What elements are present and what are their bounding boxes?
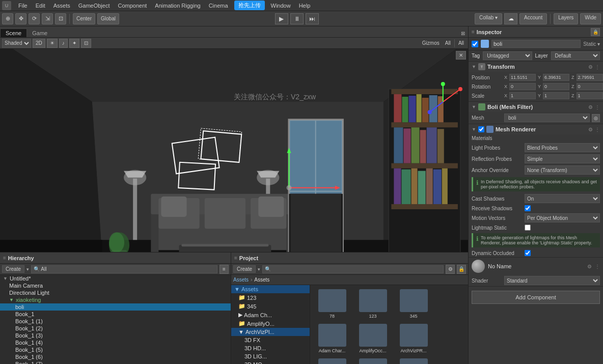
tree-item-book1-3[interactable]: Book_1 (3) (0, 332, 231, 339)
hierarchy-search-input[interactable]: 🔍 All (31, 265, 217, 273)
light-probes-select[interactable]: Blend Probes (525, 143, 600, 152)
menu-cinema[interactable]: Cinema (205, 2, 232, 10)
layer-select[interactable]: Default (551, 51, 600, 60)
pause-button[interactable]: ⏸ (290, 13, 304, 24)
project-create-btn[interactable]: Create (233, 265, 256, 273)
hierarchy-create-btn[interactable]: Create (2, 265, 24, 273)
anchor-override-select[interactable]: None (Transform) (525, 165, 600, 175)
wide-layout-button[interactable]: Wide (580, 13, 601, 24)
menu-window[interactable]: Window (267, 2, 295, 10)
tree-archviz[interactable]: ▼ArchVizPl... (231, 328, 310, 336)
pos-y-input[interactable] (543, 74, 569, 81)
tree-item-book1-2[interactable]: Book_1 (2) (0, 325, 231, 332)
effects-btn[interactable]: ✦ (69, 39, 79, 48)
folder-item-123[interactable]: 123 (353, 287, 393, 321)
mesh-renderer-header[interactable]: ▼ Mesh Renderer ⚙ ⋮ (469, 124, 603, 134)
pos-x-input[interactable] (509, 74, 536, 81)
project-search-input[interactable]: 🔍 (262, 265, 444, 273)
tree-amplify[interactable]: 📁AmplifyO... (231, 319, 310, 328)
mesh-select[interactable]: boli (504, 114, 590, 122)
menu-component[interactable]: Component (114, 2, 151, 10)
tree-adamch[interactable]: ▶Adam Ch... (231, 311, 310, 319)
scene-cam-btn[interactable]: ⊡ (81, 39, 91, 48)
tab-scene[interactable]: Scene (0, 29, 27, 37)
menu-help[interactable]: Help (295, 2, 315, 10)
mesh-target-icon[interactable]: ◎ (592, 114, 600, 122)
tree-item-book1-1[interactable]: Book_1 (1) (0, 318, 231, 325)
rot-y-input[interactable] (543, 83, 569, 90)
transform-move-btn[interactable]: ✥ (15, 13, 26, 24)
mesh-filter-header[interactable]: ▼ Boli (Mesh Filter) ⚙ ⋮ (469, 102, 603, 112)
upload-button[interactable]: 抢先上传 (234, 1, 265, 10)
inspector-lock-btn[interactable]: 🔒 (591, 28, 600, 36)
folder-item-editor[interactable]: Editor (394, 356, 433, 364)
pos-z-input[interactable] (577, 74, 603, 81)
transform-rotate-btn[interactable]: ⟳ (29, 13, 40, 24)
account-button[interactable]: Account (519, 13, 547, 24)
mesh-renderer-overflow-icon[interactable]: ⋮ (595, 127, 600, 132)
tree-3dhd[interactable]: 3D HD... (231, 344, 310, 352)
tree-item-book1-7[interactable]: Book_1 (7) (0, 360, 231, 364)
receive-shadows-checkbox[interactable] (525, 205, 531, 211)
folder-item-345[interactable]: 345 (394, 287, 433, 321)
tree-item-boli[interactable]: boli (0, 303, 231, 311)
menu-file[interactable]: File (14, 2, 32, 10)
tree-item-main-camera[interactable]: Main Camera (0, 282, 231, 289)
tree-3dfx[interactable]: 3D FX (231, 336, 310, 344)
motion-vectors-select[interactable]: Per Object Motion (525, 213, 600, 222)
shader-select[interactable]: Standard (504, 276, 600, 285)
transform-scale-btn[interactable]: ⇲ (42, 13, 53, 24)
tree-assets[interactable]: ▼ Assets (231, 285, 310, 293)
cloud-button[interactable]: ☁ (504, 13, 517, 24)
scale-y-input[interactable] (543, 92, 569, 99)
shading-select[interactable]: Shaded (2, 39, 31, 48)
tag-select[interactable]: Untagged (483, 51, 532, 60)
object-name-input[interactable] (491, 40, 581, 48)
transform-overflow-icon[interactable]: ⋮ (595, 64, 600, 70)
project-settings-btn[interactable]: ⚙ (446, 265, 455, 274)
transform-rect-btn[interactable]: ⊡ (55, 13, 66, 24)
play-button[interactable]: ▶ (275, 13, 288, 24)
transform-settings-icon[interactable]: ⚙ (588, 64, 593, 70)
transform-header[interactable]: ▼ T Transform ⚙ ⋮ (469, 62, 603, 72)
folder-item-bakery[interactable]: Bakery (312, 356, 352, 364)
tree-item-dir-light[interactable]: Directional Light (0, 289, 231, 296)
tree-item-book1-6[interactable]: Book_1 (6) (0, 353, 231, 360)
scene-overlay-x-btn[interactable]: ✕ (456, 51, 466, 60)
object-active-checkbox[interactable] (472, 41, 478, 47)
center-btn[interactable]: Center (73, 13, 95, 24)
transform-hand-btn[interactable]: ⊕ (2, 13, 13, 24)
tree-item-book1-4[interactable]: Book_1 (4) (0, 339, 231, 346)
folder-item-amplifyocc[interactable]: AmplifyOcc... (353, 322, 393, 355)
material-settings-icon[interactable]: ⚙ (587, 264, 592, 269)
project-lock-btn[interactable]: 🔒 (457, 265, 466, 274)
mesh-renderer-settings-icon[interactable]: ⚙ (588, 127, 593, 132)
tree-123[interactable]: 📁123 (231, 293, 310, 302)
folder-item-bakerylight[interactable]: BakeryLigh... (353, 356, 393, 364)
mesh-filter-settings-icon[interactable]: ⚙ (588, 104, 593, 110)
add-component-button[interactable]: Add Component (472, 291, 600, 304)
collab-button[interactable]: Collab ▾ (475, 13, 502, 24)
tree-345[interactable]: 📁345 (231, 302, 310, 311)
mesh-filter-overflow-icon[interactable]: ⋮ (595, 104, 600, 110)
scale-z-input[interactable] (577, 92, 603, 99)
folder-item-adamchar[interactable]: Adam Char... (312, 322, 352, 355)
hierarchy-lock-btn[interactable]: ≡ (220, 265, 229, 274)
menu-animation-rigging[interactable]: Animation Rigging (151, 2, 204, 10)
menu-assets[interactable]: Assets (49, 2, 74, 10)
folder-item-archvizpr[interactable]: ArchVizPR... (394, 322, 433, 355)
mesh-renderer-enabled[interactable] (478, 126, 484, 132)
menu-gameobject[interactable]: GameObject (74, 2, 114, 10)
breadcrumb-assets[interactable]: Assets (233, 277, 249, 283)
tree-3dlig[interactable]: 3D LIG... (231, 352, 310, 360)
tree-3dmo[interactable]: 3D MO... (231, 360, 310, 364)
global-btn[interactable]: Global (97, 13, 119, 24)
material-overflow-icon[interactable]: ⋮ (595, 264, 600, 269)
tree-item-xiaoketing[interactable]: ▼ xiaoketing (0, 296, 231, 303)
layers-button[interactable]: Layers (554, 13, 578, 24)
dynamic-occluded-checkbox[interactable] (525, 250, 531, 256)
tree-item-book1-5[interactable]: Book_1 (5) (0, 346, 231, 353)
cast-shadows-select[interactable]: On (525, 194, 600, 203)
tab-game[interactable]: Game (27, 29, 52, 37)
reflection-probes-select[interactable]: Simple (525, 154, 600, 163)
